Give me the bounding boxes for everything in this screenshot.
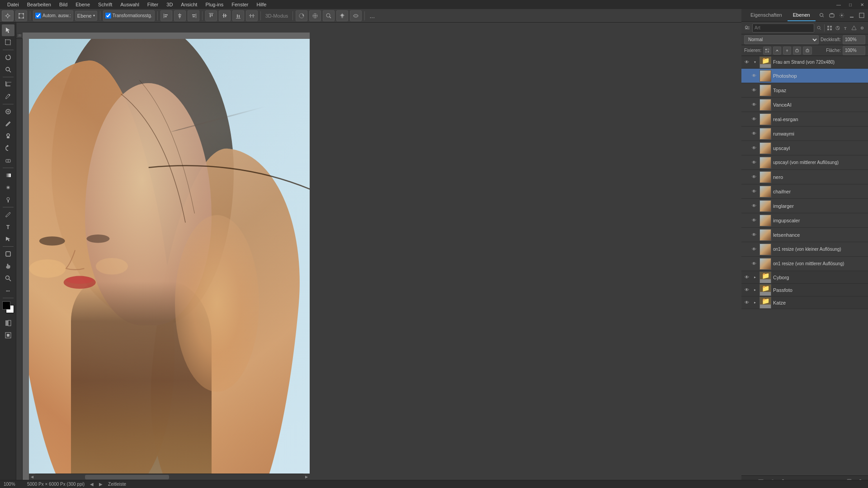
crop-tool-btn[interactable]	[2, 79, 14, 90]
hand-tool-btn[interactable]	[2, 260, 14, 272]
eigenschaften-tab[interactable]: Eigenschaften	[745, 9, 788, 21]
layer-expand-icon[interactable]: ▾	[752, 60, 758, 65]
layer-visibility-chaifner[interactable]: 👁	[750, 188, 758, 195]
layer-visibility-topaz[interactable]: 👁	[750, 87, 758, 94]
layer-visibility-runwaymi[interactable]: 👁	[750, 130, 758, 137]
pen-tool-btn[interactable]	[2, 209, 14, 221]
align-bottom-btn[interactable]	[232, 10, 244, 21]
lock-all-btn[interactable]	[803, 47, 812, 55]
layer-visibility-vanceai[interactable]: 👁	[750, 101, 758, 108]
lock-transparent-btn[interactable]	[763, 47, 771, 55]
layer-visibility-cyborg[interactable]: 👁	[743, 274, 750, 281]
blend-mode-select[interactable]: Normal	[744, 35, 819, 44]
layer-expand-passfoto-icon[interactable]: ▸	[752, 287, 758, 293]
align-right-btn[interactable]	[188, 10, 199, 21]
layer-visibility-upscayl[interactable]: 👁	[750, 145, 758, 152]
layer-on1-mittlere[interactable]: 👁 on1 resize (von mittlerer Auflösung)	[741, 257, 868, 271]
menu-item-schrift[interactable]: Schrift	[94, 1, 116, 8]
filter-smart-btn[interactable]	[859, 23, 865, 33]
layers-search-icon[interactable]	[816, 23, 822, 33]
3d-rotate-btn[interactable]	[296, 10, 307, 21]
3d-light-btn[interactable]	[336, 10, 348, 21]
brush-tool-btn[interactable]	[2, 118, 14, 130]
rectangular-marquee-btn[interactable]	[2, 37, 14, 48]
transform-checkbox[interactable]: Transformationsstg.	[103, 10, 155, 21]
menu-item-bild[interactable]: Bild	[56, 1, 71, 8]
panel-settings-icon[interactable]	[837, 11, 846, 20]
panel-search-icon[interactable]	[817, 11, 826, 20]
filter-type-btn[interactable]: T	[843, 23, 849, 33]
move-tool-btn[interactable]	[2, 24, 14, 36]
layer-chaifner[interactable]: 👁 chaifner	[741, 184, 868, 199]
canvas-content[interactable]	[29, 39, 310, 480]
layer-upscayl-mittlere[interactable]: 👁 upscayl (von mittlerer Auflösung)	[741, 155, 868, 170]
nav-arrow-right[interactable]: ▶	[99, 482, 103, 487]
menu-item-filter[interactable]: Filter	[144, 1, 162, 8]
auto-select-check[interactable]	[35, 13, 41, 19]
ebenen-tab[interactable]: Ebenen	[788, 9, 816, 21]
menu-item-bearbeiten[interactable]: Bearbeiten	[24, 1, 55, 8]
layers-search-input[interactable]	[752, 23, 814, 33]
layer-visibility-imglarger[interactable]: 👁	[750, 202, 758, 210]
layer-letsenhance[interactable]: 👁 letsenhance	[741, 228, 868, 242]
filter-adjustment-btn[interactable]	[835, 23, 841, 33]
layer-visibility-real-esrgan[interactable]: 👁	[750, 116, 758, 123]
menu-item-auswahl[interactable]: Auswahl	[117, 1, 143, 8]
menu-item-hilfe[interactable]: Hilfe	[253, 1, 270, 8]
layer-group-passfoto[interactable]: 👁 ▸ 📁 Passfoto	[741, 284, 868, 296]
blur-tool-btn[interactable]	[2, 182, 14, 193]
move-tool-icon[interactable]	[2, 10, 14, 21]
layer-visibility-on1-klein[interactable]: 👁	[750, 246, 758, 253]
scrollbar-thumb-h[interactable]	[85, 475, 169, 479]
3d-material-btn[interactable]	[350, 10, 362, 21]
align-middle-btn[interactable]	[219, 10, 231, 21]
align-top-btn[interactable]	[205, 10, 217, 21]
path-select-btn[interactable]	[2, 233, 14, 245]
transform-tool-icon[interactable]	[15, 10, 27, 21]
horizontal-scrollbar[interactable]	[29, 474, 310, 480]
layer-visibility-passfoto[interactable]: 👁	[743, 286, 750, 294]
close-button[interactable]: ✕	[856, 0, 868, 9]
layer-visibility-letsenhance[interactable]: 👁	[750, 231, 758, 239]
history-brush-btn[interactable]	[2, 142, 14, 154]
menu-item-plugins[interactable]: Plug-ins	[202, 1, 227, 8]
timeline-label[interactable]: Zeitleiste	[108, 482, 126, 487]
layer-on1-klein[interactable]: 👁 on1 resize (von kleiner Auflösung)	[741, 242, 868, 257]
shape-tool-btn[interactable]	[2, 248, 14, 260]
dodge-burn-btn[interactable]	[2, 194, 14, 206]
lock-image-btn[interactable]	[773, 47, 781, 55]
auto-select-checkbox[interactable]: Autom. ausw.:	[33, 10, 73, 21]
eyedropper-btn[interactable]	[2, 91, 14, 103]
3d-pan-btn[interactable]	[309, 10, 321, 21]
canvas-area[interactable]: Fazit.psd bei 100% (Photoshop, RGB/88) ×	[23, 33, 310, 480]
deckkraft-input[interactable]	[843, 35, 865, 44]
layer-visibility-nero[interactable]: 👁	[750, 174, 758, 181]
panel-expand-icon[interactable]	[857, 11, 866, 20]
layer-group-cyborg[interactable]: 👁 ▸ 📁 Cyborg	[741, 271, 868, 284]
align-left-btn[interactable]	[160, 10, 172, 21]
auto-select-dropdown[interactable]: Ebene ▾	[75, 11, 97, 21]
transform-check[interactable]	[105, 13, 111, 19]
layer-visibility-upscayl-mittlere[interactable]: 👁	[750, 159, 758, 166]
distribute-btn[interactable]	[246, 10, 258, 21]
quick-mask-btn[interactable]	[2, 317, 14, 329]
lock-position-btn[interactable]	[783, 47, 791, 55]
menu-item-ansicht[interactable]: Ansicht	[177, 1, 201, 8]
layer-visibility-imgupscaler[interactable]: 👁	[750, 217, 758, 224]
layer-vanceai[interactable]: 👁 VanceAI	[741, 98, 868, 112]
scroll-right-btn[interactable]: ▶	[303, 474, 310, 480]
layer-visibility-on1-mittlere[interactable]: 👁	[750, 260, 758, 267]
layer-upscayl[interactable]: 👁 upscayl	[741, 141, 868, 155]
layer-group-katze[interactable]: 👁 ▸ 📁 Katze	[741, 296, 868, 309]
layer-imgupscaler[interactable]: 👁 imgupscaler	[741, 213, 868, 228]
fläche-input[interactable]	[843, 46, 865, 55]
filter-pixel-btn[interactable]	[826, 23, 833, 33]
layer-visibility-katze[interactable]: 👁	[743, 299, 750, 306]
gradient-tool-btn[interactable]	[2, 169, 14, 181]
nav-arrow-left[interactable]: ◀	[90, 482, 94, 487]
lock-artboard-btn[interactable]	[793, 47, 801, 55]
lasso-tool-btn[interactable]	[2, 52, 14, 63]
layers-filter-type-icon[interactable]	[744, 23, 750, 33]
layer-visibility-icon[interactable]: 👁	[743, 59, 750, 66]
type-tool-btn[interactable]: T	[2, 221, 14, 233]
